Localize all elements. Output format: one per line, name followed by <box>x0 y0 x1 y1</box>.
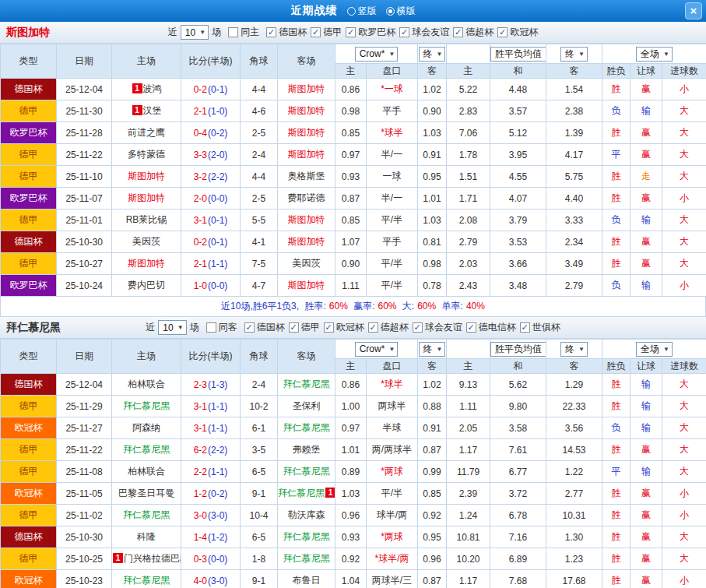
team-name-link[interactable]: 勒沃库森 <box>288 509 325 520</box>
avg-final-select[interactable]: 终▼ <box>560 342 588 357</box>
corner-score: 2-4 <box>241 144 278 166</box>
home-team-cell: 斯图加特 <box>112 166 181 188</box>
result-handicap: 赢 <box>630 548 662 570</box>
score-cell: 1-2(0-2) <box>181 483 241 505</box>
team-name-link[interactable]: 费耶诺德 <box>288 192 325 203</box>
handicap-final-select[interactable]: 终▼ <box>419 47 446 62</box>
away-team-cell: 拜仁慕尼黑 <box>278 461 335 483</box>
team-name-link[interactable]: 美因茨 <box>132 236 160 247</box>
match-date: 25-11-29 <box>57 396 112 417</box>
match-count-select[interactable]: 10▼ <box>158 320 186 335</box>
score-cell: 3-0(3-0) <box>181 505 241 526</box>
col-header-hcp-line: 盘口 <box>367 64 418 79</box>
same-venue-checkbox[interactable]: 同客 <box>206 321 237 334</box>
league-checkbox[interactable]: ✓欧罗巴杯 <box>346 26 395 39</box>
team-name-link[interactable]: 斯图加特 <box>288 214 325 225</box>
away-team-cell: 拜仁慕尼黑 <box>278 526 335 548</box>
result-goals: 大 <box>662 548 706 570</box>
team-name-link[interactable]: 斯图加特 <box>128 192 165 203</box>
league-checkbox[interactable]: ✓欧冠杯 <box>497 26 538 39</box>
team-name-link[interactable]: 弗赖堡 <box>293 444 321 455</box>
team-name-link[interactable]: 拜仁慕尼黑 <box>283 466 330 477</box>
avg-away-odds: 1.39 <box>546 122 602 144</box>
bookmaker-select[interactable]: Crow*▼ <box>355 342 399 357</box>
match-date: 25-10-24 <box>57 275 112 297</box>
col-header-home: 主场 <box>112 340 181 374</box>
team-name-link[interactable]: 多特蒙德 <box>128 149 165 160</box>
layout-radio-vertical[interactable]: 竖版 <box>347 5 377 18</box>
match-count-select[interactable]: 10▼ <box>181 25 209 40</box>
avg-final-select[interactable]: 终▼ <box>560 47 588 62</box>
team-name-link[interactable]: RB莱比锡 <box>126 214 167 225</box>
league-checkbox[interactable]: ✓德超杯 <box>453 26 493 39</box>
league-checkbox[interactable]: ✓德电信杯 <box>466 321 516 334</box>
team-name-link[interactable]: 斯图加特 <box>288 280 325 290</box>
team-name-link[interactable]: 拜仁慕尼黑 <box>123 509 170 520</box>
avg-odds-select[interactable]: 胜平负均值▼ <box>490 47 546 62</box>
team-name-link[interactable]: 柏林联合 <box>128 466 165 477</box>
team-name-link[interactable]: 拜仁慕尼黑 <box>283 379 330 389</box>
team-name-link[interactable]: 拜仁慕尼黑 <box>123 444 170 455</box>
team-name-link[interactable]: 波鸿 <box>143 83 162 94</box>
league-checkbox[interactable]: ✓球会友谊 <box>413 321 462 334</box>
score-halftime: (0-0) <box>208 280 227 291</box>
team-name-link[interactable]: 斯图加特 <box>288 236 325 247</box>
match-date: 25-11-02 <box>57 505 112 526</box>
league-checkbox[interactable]: ✓世俱杯 <box>520 321 560 334</box>
team-name-link[interactable]: 奥格斯堡 <box>288 171 325 181</box>
team-name-link[interactable]: 门兴格拉德巴赫 <box>124 553 181 564</box>
team-name-link[interactable]: 柏林联合 <box>128 379 165 389</box>
league-checkbox-label: 德国杯 <box>279 26 307 39</box>
team-name-link[interactable]: 费内巴切 <box>128 280 165 290</box>
league-checkbox[interactable]: ✓欧冠杯 <box>324 321 364 334</box>
team-name-link[interactable]: 斯图加特 <box>288 105 325 116</box>
league-checkbox[interactable]: ✓德国杯 <box>244 321 285 334</box>
result-outcome: 胜 <box>602 79 630 100</box>
same-venue-checkbox[interactable]: 同主 <box>228 26 259 39</box>
team-name-link[interactable]: 拜仁慕尼黑 <box>283 422 330 433</box>
handicap-line: 平/半 <box>367 253 418 275</box>
team-name-link[interactable]: 拜仁慕尼黑 <box>123 575 170 586</box>
team-name-link[interactable]: 拜仁慕尼黑 <box>123 400 170 411</box>
team-name-link[interactable]: 布鲁日 <box>293 575 321 586</box>
league-checkbox[interactable]: ✓德超杯 <box>368 321 409 334</box>
team-name-link[interactable]: 拜仁慕尼黑 <box>283 531 330 542</box>
team-name-link[interactable]: 拜仁慕尼黑 <box>283 553 330 564</box>
radio-icon <box>386 7 395 16</box>
team-name-link[interactable]: 前进之鹰 <box>128 127 165 138</box>
team-name-link[interactable]: 科隆 <box>137 531 156 542</box>
team-name-link[interactable]: 斯图加特 <box>128 171 165 181</box>
handicap-final-select[interactable]: 终▼ <box>419 342 446 357</box>
score-cell: 0-3(0-0) <box>181 548 241 570</box>
col-header-type: 类型 <box>1 340 57 374</box>
scope-select[interactable]: 全场▼ <box>636 47 673 62</box>
league-checkbox[interactable]: ✓球会友谊 <box>399 26 449 39</box>
close-button[interactable]: × <box>685 2 702 19</box>
score-halftime: (3-0) <box>208 576 227 586</box>
team-name-link[interactable]: 圣保利 <box>293 400 321 411</box>
league-checkbox[interactable]: ✓德甲 <box>289 321 320 334</box>
team-name-link[interactable]: 汉堡 <box>143 105 162 116</box>
col-header-corner: 角球 <box>241 340 278 374</box>
match-row: 德甲 25-11-10 斯图加特 3-2(2-2) 4-4 奥格斯堡 0.93 … <box>1 166 706 188</box>
rank-badge: 1 <box>132 105 142 115</box>
team-name-link[interactable]: 斯图加特 <box>288 149 325 160</box>
avg-home-odds: 1.71 <box>447 188 490 209</box>
league-checkbox[interactable]: ✓德甲 <box>311 26 342 39</box>
team-name-link[interactable]: 阿森纳 <box>132 422 160 433</box>
layout-radio-horizontal[interactable]: 横版 <box>386 5 416 18</box>
team-name-link[interactable]: 斯图加特 <box>288 127 325 138</box>
team-name-link[interactable]: 拜仁慕尼黑 <box>278 488 325 498</box>
league-checkbox[interactable]: ✓德国杯 <box>266 26 307 39</box>
scope-select[interactable]: 全场▼ <box>636 342 673 357</box>
team-name-link[interactable]: 斯图加特 <box>128 258 165 269</box>
team-name-link[interactable]: 美因茨 <box>293 258 321 269</box>
team-name-link[interactable]: 巴黎圣日耳曼 <box>118 488 174 498</box>
avg-home-odds: 2.43 <box>447 275 490 297</box>
match-date: 25-12-04 <box>57 79 112 100</box>
team-name-link[interactable]: 斯图加特 <box>288 83 325 94</box>
avg-odds-select[interactable]: 胜平负均值▼ <box>490 342 546 357</box>
score-fulltime: 3-3 <box>194 150 207 160</box>
bookmaker-select[interactable]: Crow*▼ <box>355 47 399 62</box>
handicap-line: *球半 <box>367 122 418 144</box>
